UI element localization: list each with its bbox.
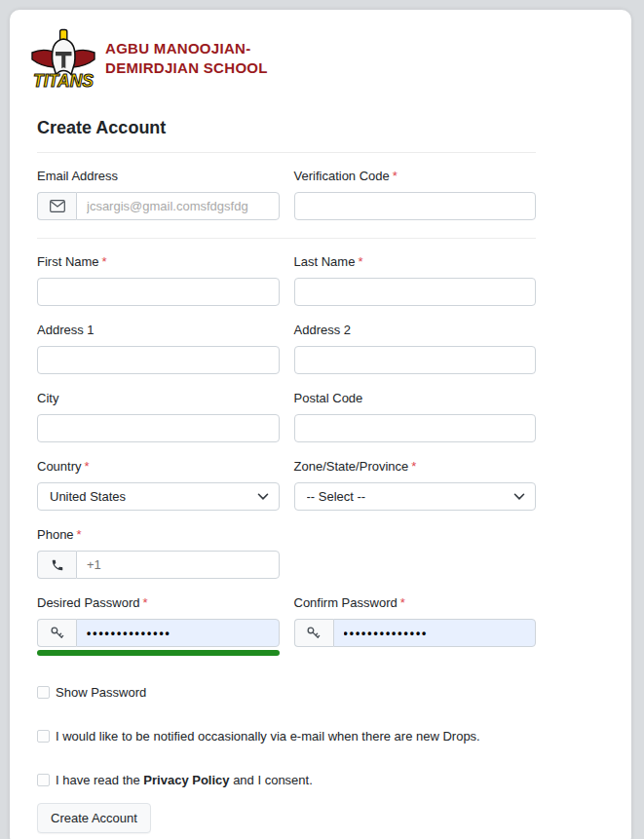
- privacy-row: I have read the Privacy Policy and I con…: [37, 773, 536, 787]
- key-icon: [37, 619, 76, 647]
- required-marker: *: [77, 527, 82, 542]
- address2-label: Address 2: [294, 323, 537, 337]
- required-marker: *: [85, 459, 90, 474]
- verification-code-input[interactable]: [294, 192, 537, 220]
- confirm-password-label: Confirm Password*: [294, 595, 537, 610]
- address2-input[interactable]: [294, 346, 537, 374]
- verification-code-label: Verification Code*: [294, 169, 537, 183]
- email-label: Email Address: [37, 169, 280, 183]
- postal-code-label: Postal Code: [294, 391, 537, 405]
- city-input[interactable]: [37, 414, 280, 442]
- privacy-label: I have read the Privacy Policy and I con…: [56, 773, 313, 787]
- notify-checkbox[interactable]: [37, 730, 50, 743]
- create-account-button[interactable]: Create Account: [37, 803, 151, 833]
- email-input[interactable]: [76, 192, 280, 220]
- notify-label: I would like to be notified occasionally…: [56, 729, 480, 744]
- titans-logo-text: TITANS: [33, 71, 94, 90]
- privacy-checkbox[interactable]: [37, 774, 50, 786]
- section-divider: [37, 238, 536, 239]
- required-marker: *: [102, 254, 107, 269]
- postal-code-input[interactable]: [294, 414, 537, 442]
- brand-header: TITANS AGBU MANOOJIAN- DEMIRDJIAN SCHOOL: [29, 28, 614, 89]
- country-select[interactable]: United States: [37, 482, 280, 511]
- confirm-password-input[interactable]: [333, 619, 537, 647]
- first-name-label: First Name*: [37, 254, 280, 269]
- show-password-checkbox[interactable]: [37, 686, 50, 699]
- zone-label: Zone/State/Province*: [294, 459, 537, 474]
- address1-label: Address 1: [37, 323, 280, 337]
- school-name-line1: AGBU MANOOJIAN-: [105, 39, 268, 58]
- create-account-form: Email Address Verification Code* First N…: [27, 169, 536, 833]
- first-name-input[interactable]: [37, 278, 280, 306]
- phone-input[interactable]: [76, 551, 280, 579]
- required-marker: *: [143, 595, 148, 610]
- show-password-label: Show Password: [56, 685, 146, 700]
- key-icon: [294, 619, 333, 647]
- phone-icon: [37, 551, 76, 579]
- phone-label: Phone*: [37, 527, 280, 542]
- address1-input[interactable]: [37, 346, 280, 374]
- last-name-label: Last Name*: [294, 254, 537, 269]
- privacy-policy-link[interactable]: Privacy Policy: [143, 773, 229, 787]
- show-password-row: Show Password: [37, 685, 536, 700]
- school-name: AGBU MANOOJIAN- DEMIRDJIAN SCHOOL: [105, 39, 268, 78]
- required-marker: *: [358, 254, 362, 269]
- desired-password-label: Desired Password*: [37, 595, 280, 610]
- school-name-line2: DEMIRDJIAN SCHOOL: [105, 58, 268, 78]
- envelope-icon: [37, 192, 76, 220]
- notify-row: I would like to be notified occasionally…: [37, 729, 536, 744]
- password-strength-bar: [37, 650, 280, 656]
- last-name-input[interactable]: [294, 278, 537, 306]
- required-marker: *: [400, 595, 405, 610]
- desired-password-input[interactable]: [76, 619, 280, 647]
- country-label: Country*: [37, 459, 280, 474]
- page-title: Create Account: [27, 118, 614, 138]
- signup-card: TITANS AGBU MANOOJIAN- DEMIRDJIAN SCHOOL…: [10, 10, 631, 839]
- required-marker: *: [393, 169, 398, 183]
- city-label: City: [37, 391, 280, 405]
- title-divider: [37, 152, 536, 153]
- titans-logo-icon: TITANS: [29, 28, 97, 89]
- zone-select[interactable]: -- Select --: [294, 482, 537, 511]
- required-marker: *: [411, 459, 416, 474]
